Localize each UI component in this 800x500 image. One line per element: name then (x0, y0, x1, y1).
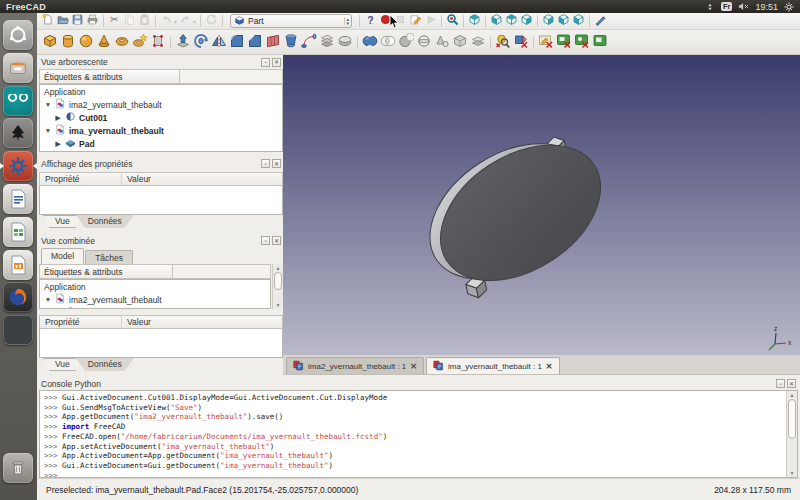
part-fillet-button[interactable] (228, 31, 246, 53)
bool-section-button[interactable] (415, 31, 433, 53)
text-entry-indicator-icon[interactable] (705, 2, 715, 12)
console-output[interactable]: >>> Gui.ActiveDocument.Cut001.DisplayMod… (39, 390, 798, 478)
defeaturing-button[interactable] (512, 31, 530, 53)
combo-tree-header[interactable]: Étiquettes & attributs (39, 264, 271, 279)
view-bottom-button[interactable] (556, 13, 571, 29)
file-manager-icon[interactable] (3, 53, 33, 83)
libreoffice-calc-icon[interactable] (3, 217, 33, 247)
part-mirror-button[interactable] (210, 31, 228, 53)
part-primitives-button[interactable] (131, 31, 149, 53)
tab-vue[interactable]: Vue (43, 358, 82, 371)
libreoffice-impress-icon[interactable] (3, 250, 33, 280)
tree-root[interactable]: Application (40, 85, 282, 98)
float-button[interactable]: ▫ (261, 58, 270, 67)
part-cone-button[interactable] (95, 31, 113, 53)
dark-slot[interactable] (3, 315, 33, 345)
combo-tree-scrollbar[interactable]: ▲ ▼ (272, 264, 283, 309)
column-header-labels[interactable]: Étiquettes & attributs (40, 70, 180, 83)
sketch-x-button[interactable] (537, 31, 555, 53)
view-left-button[interactable] (571, 13, 586, 29)
redo-button[interactable]: ▾ (178, 13, 197, 29)
tree-item[interactable]: ▼ima2_yvernault_thebault (40, 98, 282, 111)
column-header-labels[interactable]: Étiquettes & attributs (40, 265, 173, 278)
part-shapebuilder-button[interactable] (149, 31, 167, 53)
new-file-button[interactable] (40, 13, 55, 29)
document-tab[interactable]: ima2_yvernault_thebault : 1✕ (286, 357, 424, 374)
part-offset-button[interactable] (318, 31, 336, 53)
part-box-button[interactable] (41, 31, 59, 53)
part-loft-button[interactable] (282, 31, 300, 53)
paste-button[interactable] (137, 13, 152, 29)
view-axonometric-button[interactable] (467, 13, 482, 29)
tab-model[interactable]: Model (41, 248, 84, 264)
part-cylinder-button[interactable] (59, 31, 77, 53)
column-propriete[interactable]: Propriété (40, 173, 122, 185)
view-top-button[interactable] (504, 13, 519, 29)
tree-root[interactable]: Application (40, 280, 270, 293)
flag-x-2-button[interactable] (573, 31, 591, 53)
part-compound-button[interactable] (433, 31, 451, 53)
tab-vue[interactable]: Vue (43, 215, 82, 228)
combo-properties-body[interactable] (39, 329, 283, 358)
part-thickness-button[interactable] (336, 31, 354, 53)
part-sweep-button[interactable] (300, 31, 318, 53)
properties-body[interactable] (39, 186, 283, 215)
close-button[interactable]: ✕ (272, 58, 281, 67)
volume-muted-icon[interactable] (738, 2, 749, 11)
cut-button[interactable]: ✂ (107, 13, 122, 29)
measure-button[interactable] (593, 13, 608, 29)
dash-home-icon[interactable] (3, 20, 33, 50)
arduino-icon[interactable] (3, 86, 33, 116)
float-button[interactable]: ▫ (261, 159, 270, 168)
flag-x-1-button[interactable] (555, 31, 573, 53)
part-solid-button[interactable] (451, 31, 469, 53)
bool-union-button[interactable] (361, 31, 379, 53)
float-button[interactable]: ▫ (261, 236, 270, 245)
save-button[interactable] (70, 13, 85, 29)
document-tab[interactable]: ima_yvernault_thebault : 1✕ (426, 357, 560, 374)
trash-icon[interactable] (3, 453, 33, 483)
edit-macro-button[interactable] (408, 13, 423, 29)
bool-common-button[interactable] (379, 31, 397, 53)
view-right-button[interactable] (519, 13, 534, 29)
check-geometry-button[interactable] (494, 31, 512, 53)
tree-item[interactable]: ▶Cut001 (40, 306, 270, 309)
tab-close-button[interactable]: ✕ (546, 362, 553, 371)
part-chamfer-button[interactable] (246, 31, 264, 53)
tree-view-header[interactable]: Étiquettes & attributs (39, 69, 283, 84)
3d-viewport[interactable]: x z (283, 55, 800, 355)
fit-all-button[interactable] (445, 13, 460, 29)
tree-item[interactable]: ▶Pad (40, 137, 282, 150)
part-ruled-button[interactable] (264, 31, 282, 53)
tab-close-button[interactable]: ✕ (410, 362, 417, 371)
tree-item[interactable]: ▶Cut001 (40, 111, 282, 124)
undo-button[interactable]: ▾ (159, 13, 178, 29)
tree-item[interactable]: ▼ima_yvernault_thebault (40, 124, 282, 137)
part-extrude-button[interactable] (174, 31, 192, 53)
column-propriete[interactable]: Propriété (40, 316, 122, 328)
keyboard-indicator[interactable]: Fr (721, 2, 733, 11)
help-button[interactable]: ? (363, 13, 378, 29)
refresh-button[interactable] (204, 13, 219, 29)
float-button[interactable]: ▫ (776, 379, 785, 388)
freecad-icon[interactable] (3, 151, 33, 181)
tab-donnees[interactable]: Données (76, 358, 134, 371)
run-macro-button[interactable] (423, 13, 438, 29)
part-sphere-button[interactable] (77, 31, 95, 53)
workbench-selector[interactable]: Part▴▾ (230, 14, 352, 28)
console-scrollbar[interactable]: ▲ ▼ (786, 391, 797, 477)
open-folder-button[interactable] (55, 13, 70, 29)
part-shell-button[interactable] (469, 31, 487, 53)
bool-cut-button[interactable] (397, 31, 415, 53)
part-torus-button[interactable] (113, 31, 131, 53)
clock[interactable]: 19:51 (755, 2, 778, 12)
copy-button[interactable] (122, 13, 137, 29)
tab-donnees[interactable]: Données (76, 215, 134, 228)
session-gear-icon[interactable] (784, 2, 794, 12)
tree-item[interactable]: ▼ima2_yvernault_thebault (40, 293, 270, 306)
view-front-button[interactable] (489, 13, 504, 29)
tab-taches[interactable]: Tâches (85, 250, 133, 264)
column-valeur[interactable]: Valeur (122, 174, 151, 184)
close-button[interactable]: ✕ (272, 236, 281, 245)
print-button[interactable] (85, 13, 100, 29)
